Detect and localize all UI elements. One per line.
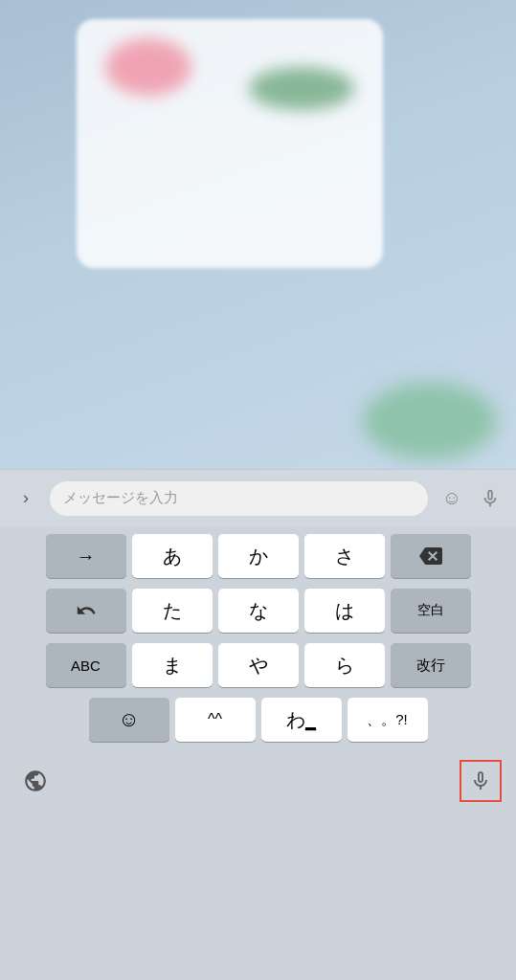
blur-card [77,19,383,268]
keyboard-row-3: ABC ま や ら 改行 [3,643,513,687]
key-punctuation[interactable]: 、。?! [348,698,428,742]
keyboard-row-1: → あ か さ [3,534,513,578]
message-placeholder: メッセージを入力 [63,489,178,507]
key-a[interactable]: あ [132,534,213,578]
key-space[interactable]: 空白 [391,589,471,633]
green-blob-bottom [363,383,497,459]
mic-icon-keyboard [469,769,492,792]
emoji-icon: ☺ [442,487,461,509]
key-backspace[interactable] [391,534,471,578]
globe-icon [23,768,48,793]
expand-button[interactable]: › [11,484,40,513]
key-ka[interactable]: か [218,534,299,578]
key-caret[interactable]: ^^ [175,698,256,742]
keyboard-bottom-row [3,752,513,802]
pink-blob [105,38,191,96]
background-area [0,0,516,469]
bottom-spacer [3,802,513,835]
emoji-button[interactable]: ☺ [437,484,466,513]
key-enter[interactable]: 改行 [391,643,471,687]
key-emoji[interactable]: ☺ [89,698,169,742]
mic-button-bar[interactable] [476,484,505,513]
key-arrow[interactable]: → [46,534,126,578]
key-undo[interactable] [46,589,126,633]
keyboard-row-4: ☺ ^^ わ_ 、。?! [3,698,513,742]
keyboard-row-2: た な は 空白 [3,589,513,633]
key-wa[interactable]: わ_ [261,698,342,742]
message-bar: › メッセージを入力 ☺ [0,469,516,526]
mic-button-keyboard[interactable] [460,760,502,802]
key-ta[interactable]: た [132,589,213,633]
mic-icon-bar [480,488,501,509]
key-ha[interactable]: は [304,589,385,633]
key-na[interactable]: な [218,589,299,633]
green-blob-top [249,67,354,110]
globe-button[interactable] [14,760,56,802]
message-input[interactable]: メッセージを入力 [50,481,428,516]
keyboard: → あ か さ た な は 空白 ABC ま や ら 改行 ☺ ^^ わ_ 、。 [0,526,516,980]
key-sa[interactable]: さ [304,534,385,578]
key-abc[interactable]: ABC [46,643,126,687]
key-ma[interactable]: ま [132,643,213,687]
key-ya[interactable]: や [218,643,299,687]
key-ra[interactable]: ら [304,643,385,687]
